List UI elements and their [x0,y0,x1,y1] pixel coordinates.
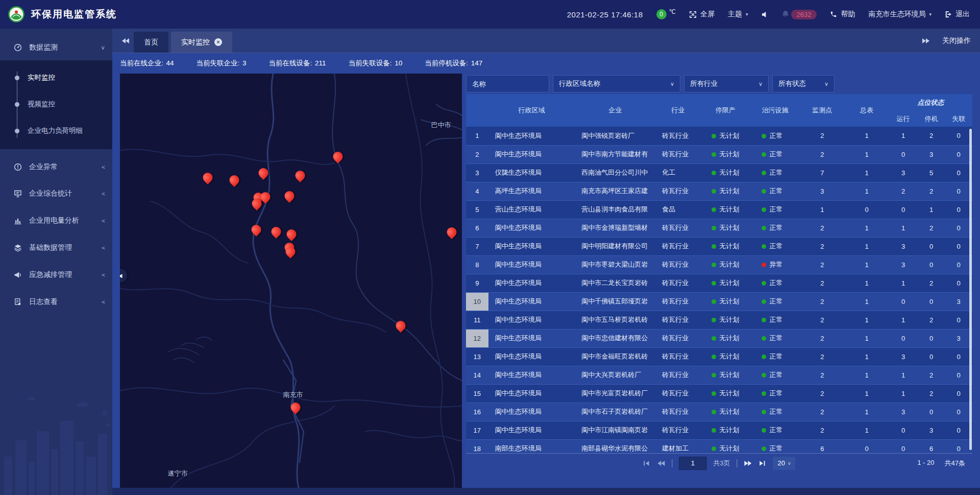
halt-count-cell: 1 [918,200,945,219]
stat-label: 当前失联企业: [197,59,242,67]
help-button[interactable]: 帮助 [830,10,855,19]
map-pin[interactable] [396,321,406,331]
bell-icon [781,10,790,18]
company-cell: 阆中千佛镇五郎垭页岩 [575,292,655,311]
table-row[interactable]: 14阆中生态环境局阆中大兴页岩机砖厂砖瓦行业无计划正常21120 [466,366,972,384]
row-number-cell: 8 [466,255,488,274]
workspace: 当前在线企业: 44当前失联企业: 3当前在线设备: 211当前失联设备: 10… [112,53,980,488]
table-row[interactable]: 3仪陇生态环境局西南油气田分公司川中化工无计划正常71350 [466,163,972,182]
facility-status-cell: 正常 [750,292,799,311]
table-row[interactable]: 17阆中生态环境局阆中市江南镇阆南页岩砖瓦行业无计划正常21030 [466,421,972,439]
next-page-button[interactable] [744,460,752,467]
halt-count-cell: 2 [918,274,945,292]
row-number-cell: 12 [466,329,488,347]
table-row[interactable]: 12阆中生态环境局阆中市忠信建材有限公砖瓦行业无计划正常21003 [466,329,972,347]
table-row[interactable]: 6阆中生态环境局阆中市金博瑞新型墙材砖瓦行业无计划正常21120 [466,219,972,237]
sidebar-item[interactable]: 基础数据管理< [0,234,112,261]
monitor-count-cell: 2 [800,255,845,274]
table-row[interactable]: 18南部生态环境局南部县砌华水泥有限公建材加工无计划正常60060 [466,439,972,453]
map-pin[interactable] [229,175,239,185]
tab-close-icon[interactable]: × [214,38,222,46]
table-row[interactable]: 16阆中生态环境局阆中市石子页岩机砖厂砖瓦行业无计划正常21300 [466,403,972,421]
row-number-cell: 17 [466,421,488,439]
sidebar-subitem[interactable]: 视频监控 [0,91,112,117]
fullscreen-button[interactable]: 全屏 [689,10,715,19]
table-row[interactable]: 2阆中生态环境局阆中市南方节能建材有砖瓦行业无计划正常21030 [466,145,972,163]
map-pin[interactable] [333,152,342,161]
table-row[interactable]: 7阆中生态环境局阆中明阳建材有限公司砖瓦行业无计划正常21300 [466,237,972,255]
name-filter-input[interactable] [466,75,549,92]
table-row[interactable]: 11阆中生态环境局阆中市五马桥页岩机砖砖瓦行业无计划正常21120 [466,311,972,329]
org-dropdown[interactable]: 南充市生态环境局 ▾ [868,10,932,19]
map-pin[interactable] [260,192,270,202]
sidebar-item[interactable]: 应急减排管理< [0,261,112,288]
run-count-cell: 0 [889,329,918,347]
facility-status-cell: 异常 [750,255,799,274]
theme-dropdown[interactable]: 主题 ▾ [728,10,748,19]
map-pin[interactable] [272,227,281,237]
sidebar-item[interactable]: 企业用电量分析< [0,207,112,234]
map-pin[interactable] [252,225,261,234]
map-pin[interactable] [285,191,295,201]
meter-count-cell: 1 [845,292,889,311]
map-pin[interactable] [286,247,296,256]
page-number-input[interactable] [679,457,706,470]
sidebar-subitem[interactable]: 企业电力负荷明细 [0,117,112,144]
sidebar-item[interactable]: 企业综合统计< [0,180,112,207]
close-operations-button[interactable]: 关闭操作 [942,36,971,45]
industry-filter-select[interactable]: 所有行业 ∨ [684,75,769,92]
table-row[interactable]: 4高坪生态环境局南充市高坪区王家店建砖瓦行业无计划正常31220 [466,182,972,200]
sidebar-item-label: 应急减排管理 [29,270,72,279]
facility-status-cell: 正常 [750,403,799,421]
limit-status-cell: 无计划 [700,403,750,421]
tab-realtime-monitor[interactable]: 实时监控 × [171,32,232,53]
map-pin[interactable] [252,199,262,208]
sidebar-item[interactable]: 日志查看< [0,288,112,315]
page-size-select[interactable]: 20 ∨ [773,457,796,470]
map-pin[interactable] [203,173,213,182]
map-panel[interactable]: 巴中市南充市遂宁市 ◀ [120,74,462,488]
map-pin[interactable] [296,171,305,180]
table-row[interactable]: 15阆中生态环境局阆中市光富页岩机砖厂砖瓦行业无计划正常21120 [466,384,972,403]
map-pin[interactable] [286,229,296,239]
facility-status-cell: 正常 [750,366,799,384]
table-row[interactable]: 5营山生态环境局营山县润丰肉食品有限食品无计划正常10010 [466,200,972,219]
sidebar-item[interactable]: 数据监测∨ [0,35,112,60]
tab-home[interactable]: 首页 [134,32,168,53]
meter-count-cell: 1 [845,366,889,384]
logout-button[interactable]: 退出 [945,10,970,19]
last-page-button[interactable] [759,460,767,467]
industry-cell: 砖瓦行业 [655,311,700,329]
monitor-count-cell: 2 [800,366,845,384]
prev-page-button[interactable] [657,460,665,467]
column-header [466,94,488,127]
tabs-scroll-left-button[interactable] [117,37,134,44]
table-scrollbar[interactable] [969,129,972,450]
region-cell: 仪陇生态环境局 [488,163,575,182]
table-row[interactable]: 9阆中生态环境局阆中市二龙长宝页岩砖砖瓦行业无计划正常21120 [466,274,972,292]
sidebar-subitem[interactable]: 实时监控 [0,64,112,91]
stat-item: 当前失联设备: 10 [349,59,425,68]
industry-cell: 砖瓦行业 [655,329,700,347]
sound-toggle[interactable] [762,11,768,18]
run-count-cell: 0 [889,292,918,311]
table-row[interactable]: 13阆中生态环境局阆中市金福旺页岩机砖砖瓦行业无计划正常21300 [466,347,972,366]
table-row[interactable]: 1阆中生态环境局阆中强锐页岩砖厂砖瓦行业无计划正常21120 [466,127,972,145]
app-logo-icon [8,6,24,22]
table-row[interactable]: 8阆中生态环境局阆中市枣碧大梁山页岩砖瓦行业无计划异常21300 [466,255,972,274]
notification-widget[interactable]: 2632 [781,10,817,19]
table-row[interactable]: 10阆中生态环境局阆中千佛镇五郎垭页岩砖瓦行业无计划正常21003 [466,292,972,311]
halt-count-cell: 2 [918,219,945,237]
tabs-scroll-right-button[interactable] [918,37,934,44]
first-page-button[interactable] [643,460,650,467]
map-overlay: 巴中市南充市遂宁市 [120,74,462,488]
map-pin[interactable] [290,403,300,412]
facility-status-cell: 正常 [750,274,799,292]
region-filter-select[interactable]: 行政区域名称 ∨ [553,75,680,92]
company-cell: 阆中大兴页岩机砖厂 [575,366,655,384]
map-pin[interactable] [447,227,456,237]
map-pin[interactable] [258,168,268,178]
sidebar-item[interactable]: 企业异常< [0,154,112,180]
status-filter-select[interactable]: 所有状态 ∨ [772,75,835,92]
column-header: 总表 [845,94,889,127]
